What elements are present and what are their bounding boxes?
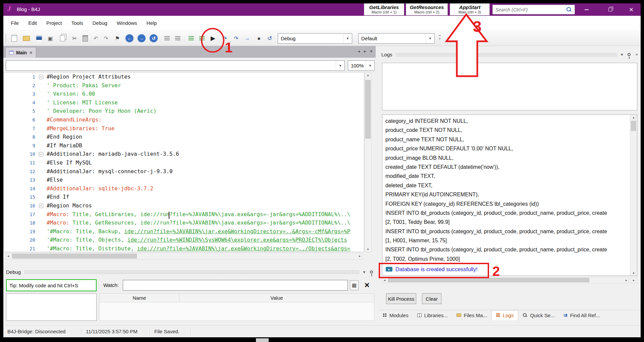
search-box[interactable] <box>492 5 575 14</box>
search-input[interactable] <box>493 7 566 12</box>
code-line-1[interactable]: 1−#Region Project Attributes <box>4 72 364 81</box>
kill-process-button[interactable]: Kill Process <box>386 293 416 304</box>
code-line-5[interactable]: 5' Developer: Poon Yip Hoon (Aeric) <box>4 107 364 115</box>
module-selector[interactable]: ▾ <box>6 60 345 71</box>
line-number[interactable]: 13 <box>4 176 35 185</box>
code-line-9[interactable]: 9#If MariaDB <box>4 141 364 150</box>
code-text[interactable]: #Region Project Attributes <box>47 74 130 80</box>
bookmark-icon[interactable]: ⚑ <box>113 34 122 43</box>
line-number[interactable]: 1 <box>4 73 35 82</box>
cut-icon[interactable]: ✂ <box>70 34 79 43</box>
code-text[interactable]: '#Macro: Title, Backup, ide://run?file=%… <box>47 228 350 235</box>
code-line-14[interactable]: 14#AdditionalJar: sqlite-jdbc-3.7.2 <box>4 184 364 193</box>
tab-files-ma[interactable]: Files Ma... <box>452 310 491 320</box>
code-line-7[interactable]: 7#MergeLibraries: True <box>4 124 364 133</box>
tab-main[interactable]: Main × <box>5 47 36 58</box>
tab-scroll-right-icon[interactable]: ▸ <box>364 49 366 54</box>
scroll-down-icon[interactable]: ▾ <box>365 247 371 251</box>
code-text[interactable]: #Region Macros <box>47 202 92 209</box>
uncomment-icon[interactable] <box>197 34 207 43</box>
code-line-4[interactable]: 4' License: MIT License <box>4 98 364 107</box>
step-into-icon[interactable]: ↷ <box>220 34 229 43</box>
code-text[interactable]: ' License: MIT License <box>47 99 118 106</box>
quick-button-getresources[interactable]: GetResources Macro (ctrl + 2) <box>406 3 448 15</box>
editor-horizontal-scrollbar[interactable]: ◂ ▸ <box>6 253 362 259</box>
menu-file[interactable]: File <box>6 20 23 26</box>
code-text[interactable]: #Macro: Title, GetLibraries, ide://run?f… <box>47 211 351 217</box>
code-line-11[interactable]: 11#Else If MySQL <box>4 158 364 167</box>
code-line-10[interactable]: 10−#AdditionalJar: mariadb-java-client-3… <box>4 150 364 158</box>
watch-input[interactable] <box>123 280 348 291</box>
menu-help[interactable]: Help <box>142 20 162 26</box>
tab-logs[interactable]: Logs <box>491 310 519 320</box>
code-text[interactable]: #Else <box>47 177 63 183</box>
line-number[interactable]: 16 <box>4 202 35 210</box>
tab-list-icon[interactable]: ▾ <box>370 49 372 54</box>
panel-menu-icon[interactable]: ▾ <box>621 52 623 57</box>
watch-grid-button[interactable]: ▦ <box>350 280 359 290</box>
code-line-2[interactable]: 2' Product: Pakai Server <box>4 81 364 90</box>
line-number[interactable]: 2 <box>4 82 35 90</box>
line-number[interactable]: 15 <box>4 193 35 202</box>
line-number[interactable]: 6 <box>4 116 35 125</box>
new-file-icon[interactable] <box>9 34 19 43</box>
clear-watch-button[interactable]: × <box>360 280 374 291</box>
chevron-down-icon[interactable]: ▾ <box>426 34 434 43</box>
logs-horizontal-scrollbar[interactable]: ◂ ▸ <box>382 277 629 283</box>
line-number[interactable]: 8 <box>4 133 35 142</box>
paste-icon[interactable] <box>80 34 90 43</box>
stop-icon[interactable]: ■ <box>254 34 264 43</box>
code-line-19[interactable]: 19'#Macro: Title, Backup, ide://run?file… <box>4 227 364 236</box>
quick-button-appstart[interactable]: AppStart Main (ctrl + 3) <box>450 3 490 15</box>
logs-output[interactable]: category_id INTEGER NOT NULL,product_cod… <box>382 114 637 276</box>
pin-icon[interactable] <box>370 271 373 274</box>
code-text[interactable]: #Else If MySQL <box>47 159 92 166</box>
logs-filter-box[interactable] <box>382 63 637 110</box>
code-text[interactable]: ' Version: 6.00 <box>47 91 95 97</box>
code-text[interactable]: #If MariaDB <box>47 142 82 149</box>
line-number[interactable]: 10 <box>4 150 35 159</box>
code-text[interactable]: '#Macro: Title, Objects, ide://run?file=… <box>47 237 347 243</box>
code-text[interactable]: ' Developer: Poon Yip Hoon (Aeric) <box>47 108 157 114</box>
code-line-15[interactable]: 15#End If <box>4 193 364 201</box>
scroll-left-icon[interactable]: ◂ <box>384 278 385 282</box>
outdent-icon[interactable] <box>173 34 182 43</box>
line-number[interactable]: 12 <box>4 167 35 176</box>
code-text[interactable]: '#Macro: Title, Distribute, ide://run?fi… <box>47 245 350 252</box>
chevron-down-icon[interactable]: ▾ <box>366 61 374 70</box>
line-number[interactable]: 19 <box>4 228 35 236</box>
tab-find-all-ref[interactable]: ⇉Find All Ref... <box>559 310 604 320</box>
tab-scroll-left-icon[interactable]: ◂ <box>358 49 360 54</box>
code-line-17[interactable]: 17#Macro: Title, GetLibraries, ide://run… <box>4 210 364 219</box>
code-line-3[interactable]: 3' Version: 6.00 <box>4 90 364 98</box>
code-line-8[interactable]: 8#End Region <box>4 133 364 141</box>
tab-close-icon[interactable]: × <box>30 50 33 55</box>
scroll-right-icon[interactable]: ▸ <box>359 254 361 258</box>
line-number[interactable]: 5 <box>4 107 35 116</box>
toolbar-overflow-icon[interactable]: ▿ <box>439 35 441 41</box>
pin-icon[interactable] <box>628 53 631 56</box>
code-text[interactable]: #CommandLineArgs: <box>47 116 102 123</box>
code-line-20[interactable]: 20'#Macro: Title, Objects, ide://run?fil… <box>4 236 364 244</box>
fold-marker-icon[interactable]: − <box>35 72 47 81</box>
menu-windows[interactable]: Windows <box>112 20 142 26</box>
code-line-21[interactable]: 21'#Macro: Title, Distribute, ide://run?… <box>4 244 364 252</box>
code-text[interactable]: #AdditionalJar: sqlite-jdbc-3.7.2 <box>47 185 153 192</box>
minimize-button[interactable] <box>575 3 598 16</box>
nav-back-icon[interactable]: ← <box>125 34 133 42</box>
scroll-left-icon[interactable]: ◂ <box>7 254 9 258</box>
build-config-select[interactable]: Default ▾ <box>358 33 435 44</box>
line-number[interactable]: 18 <box>4 219 35 228</box>
column-name[interactable]: Name <box>100 294 179 302</box>
line-number[interactable]: 20 <box>4 236 35 245</box>
code-text[interactable]: #MergeLibraries: True <box>47 125 114 132</box>
chevron-down-icon[interactable]: ▾ <box>343 34 352 43</box>
code-text[interactable]: #End Region <box>47 134 82 140</box>
nav-forward-icon[interactable]: → <box>138 34 146 42</box>
maximize-button[interactable] <box>598 3 622 16</box>
fold-marker-icon[interactable]: − <box>35 201 47 210</box>
column-value[interactable]: Value <box>179 294 374 302</box>
save-icon[interactable] <box>34 34 44 43</box>
code-line-16[interactable]: 16−#Region Macros <box>4 201 364 210</box>
code-text[interactable]: #End If <box>47 194 69 200</box>
